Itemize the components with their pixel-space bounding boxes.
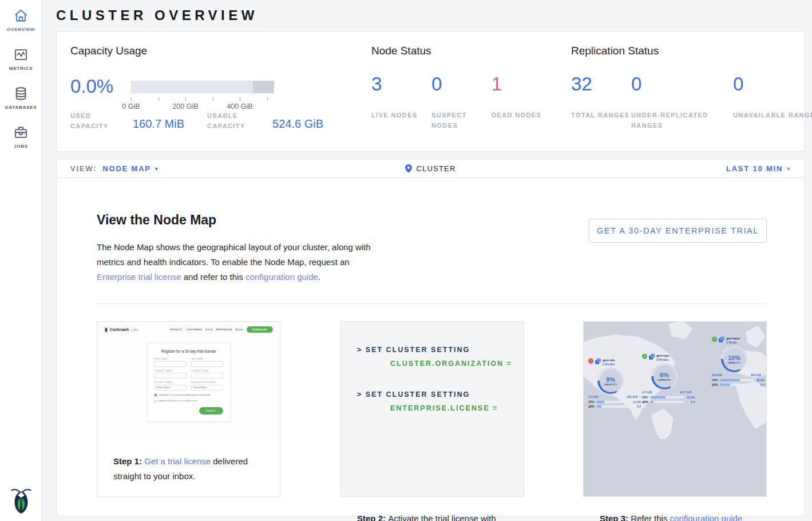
sidebar-item-metrics[interactable]: METRICS <box>0 39 42 78</box>
cpu-value: 42.5% <box>686 396 695 399</box>
capacity-donut: 10%CAPACITY <box>721 346 747 372</box>
sidebar-item-jobs[interactable]: JOBS <box>0 117 42 156</box>
total-ranges-label: TOTAL RANGES <box>571 110 634 120</box>
chevron-down-icon: ▾ <box>787 165 791 172</box>
mini-checkbox <box>155 394 157 396</box>
capacity-donut: 9%CAPACITY <box>597 368 624 394</box>
suspect-nodes-label: SUSPECT NODES <box>431 110 494 131</box>
capacity-percent: 6% <box>660 372 669 378</box>
check-icon: ✓ <box>642 354 647 359</box>
step-2-image: > SET CLUSTER SETTING CLUSTER.ORGANIZATI… <box>341 322 524 496</box>
mini-input <box>191 361 223 367</box>
map-node-sfo: ! geo=sfo2 Nodes 9%CAPACITY 3.2 GiB351 G… <box>588 358 648 408</box>
node-status-title: Node Status <box>371 45 431 57</box>
section-heading: View the Node Map <box>97 212 216 228</box>
used-capacity-value: 160.7 MiB <box>133 117 184 131</box>
configuration-guide-link[interactable]: configuration guide <box>245 272 318 282</box>
capacity-percent: 0.0% <box>70 76 113 97</box>
used-capacity-label: USED CAPACITY <box>70 110 125 131</box>
mini-input <box>191 373 223 378</box>
mini-field-label: COMPANY EMAIL <box>191 370 223 372</box>
mini-download-button: DOWNLOAD <box>247 326 273 333</box>
sidebar-item-databases[interactable]: DATABASES <box>0 78 42 117</box>
enterprise-trial-license-link[interactable]: Enterprise trial license <box>97 272 181 282</box>
usable-capacity-label: USABLE CAPACITY <box>207 110 264 131</box>
mini-field-label: LAST NAME <box>191 358 223 360</box>
mini-checkbox-label: I agree to the <box>159 400 171 402</box>
divider <box>97 303 766 304</box>
mini-input <box>155 361 187 367</box>
stats-panel: Capacity Usage 0.0% 0 GiB 200 GiB 400 Gi… <box>56 31 805 152</box>
locality-name: geo=ams <box>726 337 740 340</box>
capacity-label: CAPACITY <box>658 379 671 381</box>
app-root: OVERVIEW METRICS DATABASES JOBS <box>0 0 812 521</box>
cockroach-logo <box>0 487 42 514</box>
cpu-label: CPU <box>588 400 595 404</box>
code-text: SET CLUSTER SETTING <box>366 390 470 398</box>
mini-nav-item: DOCS <box>205 328 213 331</box>
total-value: 43.7 GiB <box>680 390 691 394</box>
mini-field-label: REASON FOR INTEREST <box>191 381 223 384</box>
mini-field-label: FIRST NAME <box>155 358 187 360</box>
check-icon: ✓ <box>712 337 717 342</box>
code-text: SET CLUSTER SETTING <box>366 346 470 354</box>
mini-license-link: Software License Agreement. <box>171 400 198 402</box>
unavailable-ranges-value: 0 <box>733 73 812 95</box>
location-pin-icon <box>405 164 412 173</box>
code-prompt: > <box>357 390 362 398</box>
databases-icon <box>13 86 29 101</box>
caption-text: Refer this <box>631 514 670 521</box>
unavailable-ranges-label: UNAVAILABLE RANGES <box>733 110 812 120</box>
mini-site-brand-suffix: LABS <box>131 328 138 331</box>
enterprise-trial-button[interactable]: GET A 30-DAY ENTERPRISE TRIAL <box>589 219 767 243</box>
map-node-ams: ✓ geo=ams1 Node 10%CAPACITY 3.6 GiB364 G… <box>712 337 766 386</box>
mini-site-brand: Cockroach <box>110 327 129 331</box>
get-trial-license-link[interactable]: Get a trial license <box>144 456 211 466</box>
cockroach-mini-logo-icon <box>104 327 108 333</box>
step-label: Step 3: <box>600 514 631 521</box>
time-range-selector[interactable]: LAST 10 MIN ▾ <box>726 159 791 178</box>
step-1-caption: Step 1: Get a trial license delivered st… <box>97 439 280 484</box>
node-count: 2 Nodes <box>656 358 669 361</box>
qps-value: 8.4 <box>755 383 765 386</box>
node-count: 2 Nodes <box>603 362 615 366</box>
code-text: ENTERPRISE.LICENSE = <box>390 404 498 412</box>
cpu-value: 11.0% <box>632 400 641 404</box>
capacity-donut: 6%CAPACITY <box>651 363 678 389</box>
step-1-image: CockroachLABS PRODUCT CUSTOMERS DOCS RES… <box>97 322 280 439</box>
configuration-guide-link[interactable]: configuration guide <box>670 514 743 521</box>
time-range-value: LAST 10 MIN <box>726 164 783 173</box>
mini-register-form: Register for a 30-day trial license FIRS… <box>147 343 231 422</box>
used-value: 3.7 GiB <box>642 390 652 394</box>
axis-tick-label: 200 GiB <box>172 102 198 110</box>
qps-value: 0.0 <box>686 400 695 404</box>
step-3-image: ! geo=sfo2 Nodes 9%CAPACITY 3.2 GiB351 G… <box>584 322 766 496</box>
step-2-caption: Step 2: Activate the trial license with … <box>341 496 524 521</box>
code-prompt: > <box>357 346 362 354</box>
jobs-icon <box>13 125 29 140</box>
cpu-value: 58.3% <box>755 378 765 382</box>
axis-tick-label: 400 GiB <box>227 102 252 110</box>
capacity-bar-end-segment <box>253 81 275 93</box>
cpu-label: CPU <box>712 378 719 382</box>
total-value: 364 GiB <box>750 373 761 377</box>
qps-label: QPS <box>588 405 595 408</box>
capacity-label: CAPACITY <box>728 362 740 364</box>
live-nodes-label: LIVE NODES <box>371 110 434 120</box>
node-cube-icon <box>595 358 601 364</box>
locality-name: geo=nyc <box>656 354 669 357</box>
capacity-bar <box>131 81 274 93</box>
step-label: Step 1: <box>113 456 144 466</box>
capacity-label: CAPACITY <box>604 384 617 386</box>
unavailable-ranges-stat: 0 UNAVAILABLE RANGES <box>733 73 812 120</box>
warning-icon: ! <box>588 358 593 364</box>
step-3-card: ! geo=sfo2 Nodes 9%CAPACITY 3.2 GiB351 G… <box>583 321 767 497</box>
dead-nodes-label: DEAD NODES <box>492 110 554 120</box>
mini-nav-item: PRODUCT <box>170 328 183 331</box>
dead-nodes-value: 1 <box>492 73 577 95</box>
under-replicated-ranges-stat: 0 UNDER-REPLICATED RANGES <box>631 73 717 131</box>
main-panel: VIEW: NODE MAP ▾ CLUSTER LAST 10 MIN ▾ V… <box>56 159 805 516</box>
qps-value: 4.7 <box>632 405 641 408</box>
sidebar-item-overview[interactable]: OVERVIEW <box>0 0 42 39</box>
mini-form-title: Register for a 30-day trial license <box>155 349 223 353</box>
